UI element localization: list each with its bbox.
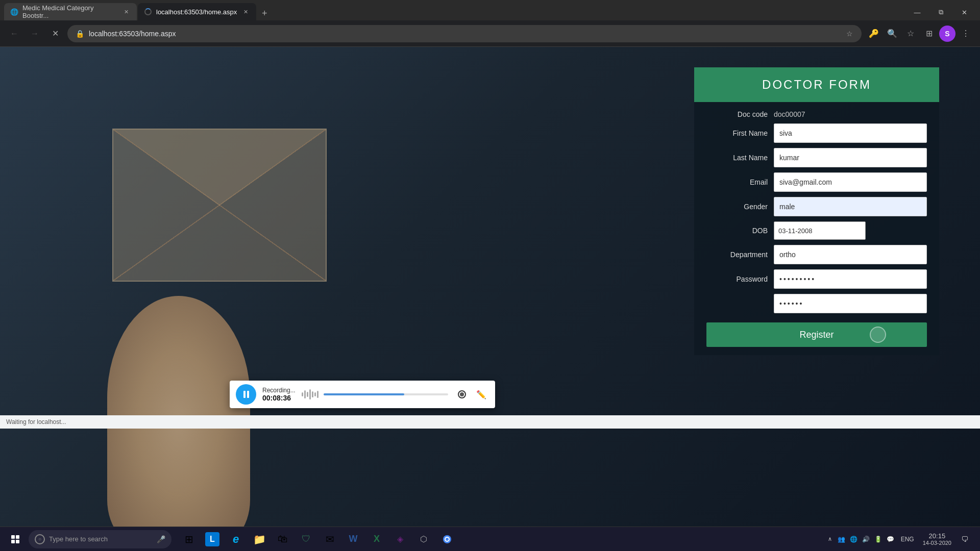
reload-button[interactable]: ✕ xyxy=(47,26,63,42)
eng-label: ENG xyxy=(901,536,914,543)
record-button[interactable] xyxy=(454,387,470,402)
profile-button[interactable]: S xyxy=(939,26,955,42)
menu-icon[interactable]: ⋮ xyxy=(958,26,974,42)
vs-icon: ◈ xyxy=(393,532,407,546)
word-icon: W xyxy=(346,532,360,546)
hand-image-area xyxy=(0,47,357,551)
store-app[interactable]: 🛍 xyxy=(272,528,294,550)
minimize-button[interactable]: — xyxy=(905,4,929,20)
tab2-close[interactable]: ✕ xyxy=(241,7,250,16)
expand-tray-button[interactable]: ∧ xyxy=(826,536,834,542)
chrome-icon xyxy=(440,532,454,546)
word-app[interactable]: W xyxy=(342,528,364,550)
first-name-input[interactable] xyxy=(774,123,927,143)
chrome-app[interactable] xyxy=(436,528,458,550)
recording-status: Recording... xyxy=(262,387,296,394)
bookmark-icon[interactable]: ☆ xyxy=(902,26,919,42)
store-icon: 🛍 xyxy=(276,532,290,546)
page-content: DOCTOR FORM Doc code doc00007 First Name… xyxy=(0,47,980,551)
dob-input[interactable] xyxy=(774,221,866,240)
email-row: Email xyxy=(706,172,927,192)
pause-button[interactable] xyxy=(236,384,256,405)
zoom-icon[interactable]: 🔍 xyxy=(884,26,900,42)
tabs-bar: 🌐 Medic Medical Category Bootstr... ✕ lo… xyxy=(0,0,980,20)
doc-code-value: doc00007 xyxy=(774,110,805,118)
register-label: Register xyxy=(799,330,834,340)
tab1-label: Medic Medical Category Bootstr... xyxy=(22,4,118,19)
status-bar: Waiting for localhost... xyxy=(0,415,980,429)
people-icon[interactable]: 👥 xyxy=(836,534,847,545)
ie-app[interactable]: e xyxy=(225,528,247,550)
lync-app[interactable]: L xyxy=(201,528,224,550)
address-box[interactable]: 🔒 localhost:63503/home.aspx ☆ xyxy=(67,25,862,42)
taskview-app[interactable]: ⊞ xyxy=(178,528,200,550)
doc-code-label: Doc code xyxy=(706,110,768,118)
edit-button[interactable]: ✏️ xyxy=(474,387,489,402)
malwarebytes-icon: 🛡 xyxy=(299,532,313,546)
forward-button[interactable]: → xyxy=(27,26,43,42)
key-icon[interactable]: 🔑 xyxy=(866,26,882,42)
email-label: Email xyxy=(706,178,768,186)
network-icon[interactable]: 🌐 xyxy=(848,534,860,545)
malwarebytes-app[interactable]: 🛡 xyxy=(295,528,317,550)
cursor-indicator xyxy=(870,327,886,343)
confirm-password-input[interactable] xyxy=(774,294,927,313)
notification-action-icon[interactable]: 💬 xyxy=(885,534,896,545)
system-clock[interactable]: 20:15 14-03-2020 xyxy=(919,530,955,548)
explorer-icon: 📁 xyxy=(252,532,266,546)
recording-bar: Recording... 00:08:36 xyxy=(230,381,495,408)
recording-controls: ✏️ xyxy=(454,387,489,402)
confirm-password-row xyxy=(706,294,927,313)
vscode-app[interactable]: ⬡ xyxy=(412,528,435,550)
url-display: localhost:63503/home.aspx xyxy=(89,30,840,38)
browser-window: 🌐 Medic Medical Category Bootstr... ✕ lo… xyxy=(0,0,980,551)
tab-1[interactable]: 🌐 Medic Medical Category Bootstr... ✕ xyxy=(4,3,137,20)
waveform-area xyxy=(302,387,448,402)
tab1-close[interactable]: ✕ xyxy=(122,7,131,16)
tab1-favicon: 🌐 xyxy=(10,8,18,16)
register-button[interactable]: Register xyxy=(706,322,927,347)
last-name-input[interactable] xyxy=(774,148,927,167)
department-label: Department xyxy=(706,251,768,259)
password-input[interactable] xyxy=(774,269,927,289)
mail-app[interactable]: ✉ xyxy=(318,528,341,550)
vs-app[interactable]: ◈ xyxy=(389,528,411,550)
envelope-overlay xyxy=(112,129,327,282)
last-name-label: Last Name xyxy=(706,154,768,162)
start-button[interactable] xyxy=(4,528,27,550)
last-name-row: Last Name xyxy=(706,148,927,167)
microphone-icon[interactable]: 🎤 xyxy=(157,535,165,543)
extension-icon[interactable]: ⊞ xyxy=(921,26,937,42)
maximize-button[interactable]: ⧉ xyxy=(929,4,952,20)
form-title: DOCTOR FORM xyxy=(704,78,929,92)
tab2-label: localhost:63503/home.aspx xyxy=(156,8,237,16)
gender-input[interactable] xyxy=(774,197,927,216)
tab-2[interactable]: localhost:63503/home.aspx ✕ xyxy=(138,3,256,20)
excel-app[interactable]: X xyxy=(365,528,388,550)
pause-icon xyxy=(243,391,249,398)
close-button[interactable]: ✕ xyxy=(952,4,976,20)
svg-point-2 xyxy=(446,538,449,541)
explorer-app[interactable]: 📁 xyxy=(248,528,271,550)
recording-progress-track[interactable] xyxy=(324,393,448,395)
battery-icon[interactable]: 🔋 xyxy=(873,534,884,545)
system-tray: ∧ 👥 🌐 🔊 🔋 💬 ENG 20:15 14-03-2020 🗨 xyxy=(826,528,976,550)
department-input[interactable] xyxy=(774,245,927,264)
taskbar-search[interactable]: ○ Type here to search 🎤 xyxy=(29,530,172,548)
new-tab-button[interactable]: + xyxy=(257,6,272,20)
email-input[interactable] xyxy=(774,172,927,192)
window-controls: — ⧉ ✕ xyxy=(905,4,976,20)
form-body: Doc code doc00007 First Name Last Name E… xyxy=(694,102,939,355)
vscode-icon: ⬡ xyxy=(416,532,431,546)
lync-icon: L xyxy=(205,532,219,546)
search-placeholder: Type here to search xyxy=(49,535,108,543)
doc-code-row: Doc code doc00007 xyxy=(706,110,927,118)
recording-info: Recording... 00:08:36 xyxy=(262,387,296,402)
ie-icon: e xyxy=(229,532,243,546)
eng-button[interactable]: ENG xyxy=(898,528,917,550)
back-button[interactable]: ← xyxy=(6,26,22,42)
star-icon[interactable]: ☆ xyxy=(844,29,854,39)
notification-button[interactable]: 🗨 xyxy=(958,528,972,550)
excel-icon: X xyxy=(370,532,384,546)
volume-icon[interactable]: 🔊 xyxy=(861,534,872,545)
